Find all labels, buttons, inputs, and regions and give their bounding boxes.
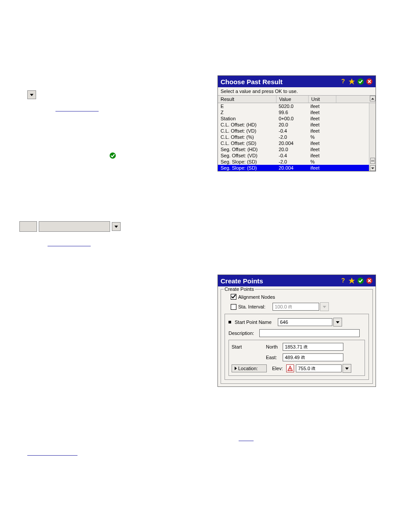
box-icon [39, 221, 110, 232]
cell-unit: % [308, 134, 335, 140]
svg-point-2 [357, 78, 364, 85]
svg-marker-9 [349, 278, 355, 284]
table-header: Result Value Unit [218, 95, 376, 103]
svg-marker-16 [30, 94, 33, 96]
underline [48, 246, 91, 246]
scroll-down-arrow[interactable] [370, 165, 376, 171]
choose-past-result-dialog: Choose Past Result ? Select a value and … [217, 75, 376, 171]
cell-unit: ifeet [308, 122, 335, 128]
svg-marker-7 [371, 167, 374, 169]
create-points-dialog: Create Points ? Create Points Alignment … [217, 275, 376, 387]
dialog-title: Create Points [221, 277, 263, 285]
dropdown-icon [27, 90, 36, 99]
table-body: E5020.0ifeetZ99.6ifeetStation0+00.0ifeet… [218, 103, 376, 171]
svg-point-10 [357, 278, 364, 284]
sta-interval-checkbox[interactable] [231, 304, 236, 310]
sta-interval-label: Sta. Interval: [238, 304, 273, 309]
cell-value: 20.004 [276, 140, 308, 146]
description-input[interactable] [259, 329, 360, 337]
cell-unit: ifeet [308, 115, 335, 122]
close-icon[interactable] [366, 277, 373, 284]
north-label: North [266, 344, 283, 349]
svg-text:?: ? [341, 277, 345, 284]
cell-result: Seg. Slope: (SD) [218, 165, 276, 171]
location-box: Start North 1853.71 ift East: 489.49 ift… [228, 340, 365, 376]
location-button[interactable]: Location: [232, 364, 267, 372]
scroll-thumb[interactable] [370, 158, 375, 164]
cell-value: -2.0 [276, 159, 308, 165]
bullet-icon [228, 321, 231, 323]
table-row[interactable]: Station0+00.0ifeet [218, 115, 369, 122]
table-row[interactable]: C.L. Offset: (SD)20.004ifeet [218, 140, 369, 146]
scroll-up-arrow[interactable] [370, 96, 376, 101]
east-label: East: [266, 355, 283, 360]
cell-value: -0.4 [276, 128, 308, 134]
cell-value: 99.6 [276, 109, 308, 115]
dialog-title: Choose Past Result [221, 78, 283, 85]
elev-icon[interactable] [286, 364, 294, 372]
titlebar: Create Points ? [218, 275, 376, 286]
ok-icon[interactable] [357, 277, 364, 284]
table-row[interactable]: C.L. Offset: (HD)20.0ifeet [218, 122, 369, 128]
table-row[interactable]: Z99.6ifeet [218, 109, 369, 115]
cell-result: E [218, 103, 276, 109]
table-row[interactable]: Seg. Offset: (HD)20.0ifeet [218, 146, 369, 152]
cell-value: 20.004 [276, 165, 308, 171]
ok-icon[interactable] [357, 78, 364, 85]
titlebar: Choose Past Result ? [218, 76, 376, 87]
box-icon [19, 221, 37, 232]
start-point-name-input[interactable]: 646 [278, 318, 332, 326]
fieldset-label: Create Points [224, 286, 255, 292]
table-row[interactable]: Seg. Offset: (VD)-0.4ifeet [218, 152, 369, 159]
help-icon[interactable]: ? [339, 78, 346, 85]
table-row[interactable]: E5020.0ifeet [218, 103, 369, 109]
cell-result: Seg. Offset: (HD) [218, 146, 276, 152]
col-result[interactable]: Result [218, 96, 276, 103]
cell-value: 5020.0 [276, 103, 308, 109]
create-points-fieldset: Create Points Alignment Nodes Sta. Inter… [221, 289, 373, 384]
svg-marker-1 [349, 78, 355, 85]
cell-value: 20.0 [276, 122, 308, 128]
dialog-subtitle: Select a value and press OK to use. [218, 87, 376, 95]
dropdown-icon [112, 222, 121, 231]
cell-unit: ifeet [308, 152, 335, 159]
cell-value: -0.4 [276, 152, 308, 159]
underline [239, 441, 254, 441]
cell-unit: ifeet [308, 128, 335, 134]
star-icon[interactable] [348, 78, 355, 85]
north-input[interactable]: 1853.71 ift [283, 343, 343, 351]
elev-input[interactable]: 755.0 ift [296, 364, 342, 372]
cell-unit: ifeet [308, 103, 335, 109]
table-row[interactable]: C.L. Offset: (VD)-0.4ifeet [218, 128, 369, 134]
table-row[interactable]: Seg. Slope: (SD)20.004ifeet [218, 165, 369, 171]
table-row[interactable]: C.L. Offset: (%)-2.0% [218, 134, 369, 140]
underline [27, 455, 77, 456]
cell-result: Seg. Offset: (VD) [218, 152, 276, 159]
svg-text:?: ? [341, 78, 345, 85]
cell-value: -2.0 [276, 134, 308, 140]
svg-marker-4 [371, 98, 374, 100]
cell-unit: % [308, 159, 335, 165]
point-details-box: Start Point Name 646 Description: Start … [225, 314, 369, 380]
star-icon[interactable] [348, 277, 355, 284]
alignment-nodes-checkbox[interactable] [231, 294, 236, 300]
col-value[interactable]: Value [276, 96, 309, 103]
col-unit[interactable]: Unit [309, 96, 336, 103]
cell-unit: ifeet [308, 109, 335, 115]
cell-result: Station [218, 115, 276, 122]
underline [55, 111, 99, 111]
east-input[interactable]: 489.49 ift [283, 353, 343, 361]
cell-unit: ifeet [308, 140, 335, 146]
close-icon[interactable] [366, 78, 373, 85]
cell-result: Seg. Slope: (SD) [218, 159, 276, 165]
start-point-name-dropdown[interactable] [333, 318, 342, 327]
help-icon[interactable]: ? [339, 277, 346, 284]
table-row[interactable]: Seg. Slope: (SD)-2.0% [218, 159, 369, 165]
cell-result: C.L. Offset: (%) [218, 134, 276, 140]
elev-dropdown[interactable] [343, 364, 351, 373]
cell-unit: ifeet [308, 146, 335, 152]
cell-result: C.L. Offset: (HD) [218, 122, 276, 128]
cell-result: C.L. Offset: (VD) [218, 128, 276, 134]
cell-result: C.L. Offset: (SD) [218, 140, 276, 146]
vertical-scrollbar[interactable] [369, 103, 376, 171]
